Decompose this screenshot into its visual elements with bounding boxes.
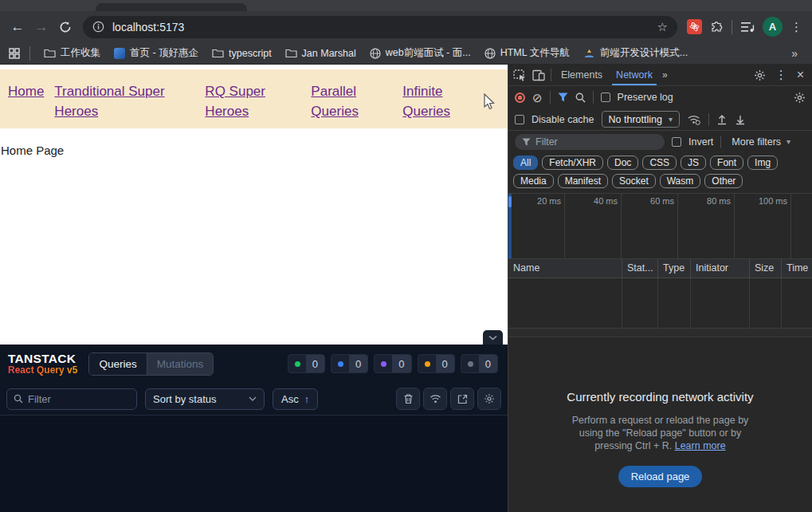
active-tab[interactable]: [96, 3, 247, 11]
network-filter-input[interactable]: [535, 136, 657, 148]
rq-sort-select[interactable]: Sort by status: [145, 388, 265, 410]
column-header-size[interactable]: Size: [750, 259, 782, 278]
filter-chip-doc[interactable]: Doc: [607, 156, 638, 170]
export-har-icon[interactable]: [735, 114, 746, 125]
rq-filter-input[interactable]: [28, 393, 130, 405]
tab-media-list-icon[interactable]: [740, 21, 755, 33]
clear-network-log-icon[interactable]: ⊘: [532, 92, 543, 104]
filter-chip-css[interactable]: CSS: [642, 156, 677, 170]
import-har-icon[interactable]: [716, 114, 728, 125]
column-header-initiator[interactable]: Initiator: [691, 259, 750, 278]
reload-page-button[interactable]: Reload page: [618, 466, 703, 487]
rq-status-badge[interactable]: 0: [331, 354, 368, 373]
column-header-type[interactable]: Type: [658, 259, 691, 278]
nav-link-rq-super-heroes[interactable]: RQ Super Heroes: [205, 81, 273, 121]
column-header-name[interactable]: Name: [508, 259, 622, 278]
network-filter-field[interactable]: [515, 134, 665, 150]
preserve-log-label[interactable]: Preserve log: [618, 92, 673, 103]
site-info-icon[interactable]: [92, 21, 104, 33]
empty-cell: [622, 278, 658, 328]
network-overview-timeline[interactable]: 20 ms 40 ms 60 ms 80 ms 100 ms: [508, 194, 812, 259]
tab-strip[interactable]: [0, 0, 812, 11]
invert-checkbox[interactable]: [672, 137, 681, 147]
extensions-puzzle-icon[interactable]: [710, 20, 724, 33]
nav-link-parallel-queries[interactable]: Parallel Queries: [311, 81, 367, 121]
rq-status-badge[interactable]: 0: [418, 354, 455, 373]
rq-status-badge[interactable]: 0: [374, 354, 411, 373]
bookmark-item[interactable]: 首页 - 顶好惠企: [114, 46, 198, 60]
rq-clear-cache-button[interactable]: [396, 388, 420, 410]
filter-chip-socket[interactable]: Socket: [612, 174, 656, 188]
disable-cache-checkbox[interactable]: [515, 115, 524, 124]
search-icon[interactable]: [575, 93, 586, 103]
badge-count: 0: [436, 355, 454, 372]
invert-label[interactable]: Invert: [688, 136, 713, 148]
rq-tab-mutations[interactable]: Mutations: [147, 353, 214, 375]
filter-chip-manifest[interactable]: Manifest: [558, 174, 608, 188]
reload-button[interactable]: [54, 16, 76, 38]
inspect-element-icon[interactable]: [513, 69, 527, 81]
forward-button[interactable]: →: [30, 16, 53, 38]
rq-pip-button[interactable]: [450, 388, 474, 410]
more-filters-button[interactable]: More filters ▾: [732, 136, 790, 148]
gear-icon[interactable]: [754, 69, 766, 81]
devtools-menu-icon[interactable]: ⋮: [775, 68, 787, 82]
close-devtools-icon[interactable]: ×: [797, 68, 804, 82]
rq-devtools-collapse-button[interactable]: [483, 330, 503, 345]
more-tabs-chevron[interactable]: »: [662, 69, 668, 81]
network-settings-button[interactable]: [794, 92, 806, 104]
rq-offline-toggle-button[interactable]: [423, 388, 447, 410]
timeline-scroll-thumb[interactable]: [508, 196, 512, 207]
apps-grid-icon[interactable]: [8, 47, 21, 60]
rq-settings-button[interactable]: [477, 388, 501, 410]
rq-status-badge[interactable]: 0: [461, 354, 498, 373]
learn-more-link[interactable]: Learn more: [675, 440, 726, 451]
network-conditions-icon[interactable]: [687, 114, 701, 125]
rq-sort-order-button[interactable]: Asc ↑: [273, 388, 318, 410]
filter-chip-media[interactable]: Media: [513, 174, 554, 188]
nav-link-infinite-queries[interactable]: Infinite Queries: [402, 81, 455, 121]
preserve-log-checkbox[interactable]: [601, 93, 610, 102]
bookmark-item[interactable]: Jan Marshal: [285, 48, 356, 59]
filter-funnel-icon[interactable]: [558, 93, 568, 102]
timeline-tick: 60 ms: [622, 194, 678, 258]
empty-cell: [782, 278, 812, 328]
column-header-time[interactable]: Time: [782, 259, 812, 278]
tabbar-divider: [551, 69, 551, 81]
throttling-select[interactable]: No throttling ▾: [602, 111, 680, 128]
bookmarks-overflow-chevron[interactable]: »: [791, 47, 804, 60]
browser-menu-icon[interactable]: ⋮: [790, 20, 802, 34]
filter-chip-img[interactable]: Img: [747, 156, 778, 170]
devtools-tab-network[interactable]: Network: [612, 65, 657, 85]
devtools-tab-elements[interactable]: Elements: [557, 65, 606, 85]
browser-toolbar: ← → localhost:5173 ☆ A ⋮: [0, 11, 812, 42]
back-button[interactable]: ←: [6, 16, 29, 38]
bookmark-item[interactable]: 工作收集: [44, 46, 100, 60]
column-header-status[interactable]: Stat...: [622, 259, 658, 278]
bookmark-item[interactable]: HTML 文件导航: [484, 46, 570, 60]
react-devtools-extension-icon[interactable]: [687, 19, 702, 34]
nav-link-traditional-super-heroes[interactable]: Tranditional Super Heroes: [54, 81, 180, 121]
empty-cell: [658, 278, 691, 328]
bookmark-star-icon[interactable]: ☆: [657, 20, 668, 34]
nav-link-home[interactable]: Home: [8, 81, 44, 101]
bookmark-item[interactable]: 前端开发设计模式...: [583, 46, 688, 60]
device-toolbar-icon[interactable]: [532, 69, 545, 81]
filter-chip-fetch-xhr[interactable]: Fetch/XHR: [542, 156, 603, 170]
disable-cache-label[interactable]: Disable cache: [532, 114, 594, 125]
rq-status-badge[interactable]: 0: [288, 354, 325, 373]
address-bar[interactable]: localhost:5173 ☆: [83, 16, 677, 38]
bookmark-item[interactable]: web前端面试 - 面...: [370, 46, 471, 60]
rq-tab-queries[interactable]: Queries: [89, 353, 147, 375]
filter-chip-font[interactable]: Font: [710, 156, 743, 170]
filter-chip-wasm[interactable]: Wasm: [660, 174, 701, 188]
filter-chip-js[interactable]: JS: [681, 156, 706, 170]
rq-filter-field[interactable]: [6, 388, 137, 410]
record-network-log-button[interactable]: [515, 93, 525, 103]
bookmark-item[interactable]: typescript: [212, 48, 272, 59]
profile-avatar[interactable]: A: [763, 17, 783, 37]
url-text[interactable]: localhost:5173: [112, 21, 657, 33]
filter-chip-all[interactable]: All: [513, 156, 538, 170]
timeline-tick: 80 ms: [678, 194, 735, 258]
filter-chip-other[interactable]: Other: [704, 174, 743, 188]
